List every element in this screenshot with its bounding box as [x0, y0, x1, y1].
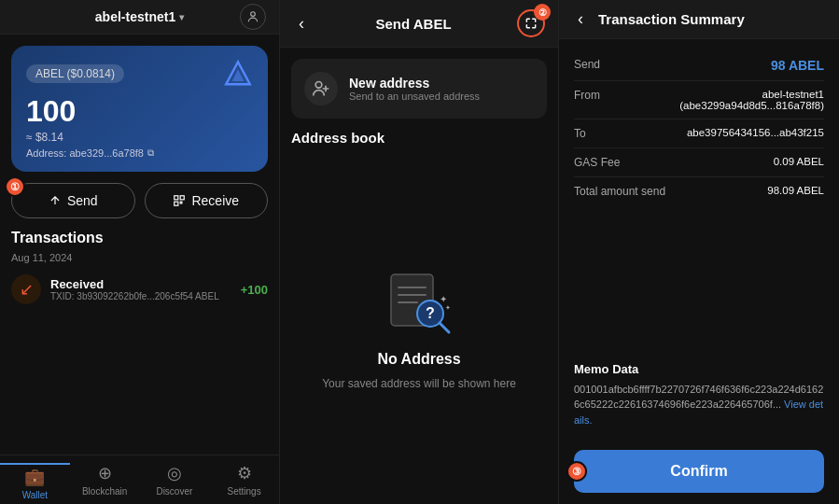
- to-label: To: [574, 127, 649, 140]
- profile-button[interactable]: [240, 4, 266, 30]
- person-plus-icon: [312, 79, 330, 98]
- new-address-icon: [304, 72, 338, 105]
- person-icon: [246, 10, 259, 23]
- discover-nav-icon: ◎: [167, 463, 182, 483]
- table-row: ↙ Received TXID: 3b93092262b0fe...206c5f…: [11, 269, 268, 310]
- right-back-button[interactable]: ‹: [572, 9, 589, 29]
- empty-state-subtitle: Your saved address will be shown here: [322, 377, 516, 390]
- summary-row-send: Send 98 ABEL: [574, 50, 824, 81]
- memo-title: Memo Data: [574, 362, 824, 376]
- transactions-section: Transactions Aug 11, 2024 ↙ Received TXI…: [0, 230, 279, 455]
- nav-item-wallet[interactable]: 💼 Wallet: [0, 463, 70, 500]
- confirm-btn-container: ③ Confirm: [559, 439, 839, 504]
- middle-panel: ‹ Send ABEL ② New address Send to an uns…: [280, 0, 559, 504]
- blockchain-nav-icon: ⊕: [98, 463, 112, 483]
- middle-back-button[interactable]: ‹: [293, 14, 310, 34]
- abel-logo: [223, 59, 253, 89]
- tx-amount: +100: [241, 283, 268, 297]
- summary-row-from: From abel-testnet1 (abe3299a94d8d5...816…: [574, 81, 824, 119]
- expand-button[interactable]: ②: [517, 9, 545, 37]
- address-book-title: Address book: [280, 130, 558, 153]
- middle-header: ‹ Send ABEL ②: [280, 0, 558, 48]
- total-label: Total amount send: [574, 185, 665, 198]
- tx-info: Received TXID: 3b93092262b0fe...206c5f54…: [50, 277, 231, 301]
- confirm-button[interactable]: ③ Confirm: [574, 450, 824, 493]
- svg-point-7: [315, 82, 322, 89]
- summary-row-to: To abe39756434156...ab43f215: [574, 119, 824, 148]
- svg-text:?: ?: [426, 305, 435, 321]
- nav-item-settings[interactable]: ⚙ Settings: [209, 463, 279, 500]
- gas-value: 0.09 ABEL: [774, 156, 824, 167]
- from-label: From: [574, 89, 649, 102]
- gas-label: GAS Fee: [574, 156, 649, 169]
- receive-button[interactable]: Receive: [145, 183, 269, 218]
- empty-state-title: No Address: [377, 351, 460, 368]
- summary-row-total: Total amount send 98.09 ABEL: [574, 177, 824, 205]
- nav-item-blockchain[interactable]: ⊕ Blockchain: [70, 463, 140, 500]
- send-value: 98 ABEL: [771, 58, 824, 73]
- nav-wallet-label: Wallet: [22, 490, 48, 500]
- bottom-nav: 💼 Wallet ⊕ Blockchain ◎ Discover ⚙ Setti…: [0, 455, 279, 504]
- nav-settings-label: Settings: [228, 486, 261, 497]
- nav-item-discover[interactable]: ◎ Discover: [140, 463, 210, 500]
- settings-nav-icon: ⚙: [237, 463, 252, 483]
- middle-panel-title: Send ABEL: [375, 16, 451, 32]
- left-header: abel-testnet1 ▾: [0, 0, 279, 35]
- no-address-illustration: ? ✦ ✦: [382, 267, 456, 342]
- new-address-title: New address: [349, 76, 480, 91]
- action-buttons: ① Send Receive: [11, 183, 268, 218]
- new-address-subtitle: Send to an unsaved address: [349, 91, 480, 102]
- send-badge: ①: [5, 176, 25, 197]
- balance-card: ABEL ($0.0814) 100 ≈ $8.14 Address: abe3…: [11, 46, 268, 172]
- svg-rect-5: [175, 202, 178, 205]
- transactions-title: Transactions: [11, 230, 268, 246]
- send-label: Send: [574, 58, 649, 71]
- left-panel: abel-testnet1 ▾ ABEL ($0.0814) 100 ≈ $8.…: [0, 0, 280, 504]
- tx-date: Aug 11, 2024: [11, 252, 268, 263]
- confirm-badge: ③: [566, 461, 587, 482]
- right-header: ‹ Transaction Summary: [559, 0, 839, 39]
- memo-section: Memo Data 001001afbcb6ffff7b2270726f746f…: [559, 362, 839, 440]
- from-value: abel-testnet1 (abe3299a94d8d5...816a78f8…: [649, 89, 824, 111]
- svg-rect-4: [181, 196, 185, 200]
- svg-point-0: [251, 12, 256, 17]
- expand-icon: [524, 17, 538, 30]
- total-value: 98.09 ABEL: [767, 185, 824, 196]
- chevron-down-icon: ▾: [179, 12, 184, 22]
- token-badge: ABEL ($0.0814): [26, 64, 124, 83]
- expand-badge: ②: [534, 4, 551, 21]
- tx-received-icon: ↙: [11, 274, 41, 304]
- right-panel: ‹ Transaction Summary Send 98 ABEL From …: [559, 0, 839, 504]
- to-value: abe39756434156...ab43f215: [687, 127, 824, 138]
- tx-label: Received: [50, 277, 231, 291]
- summary-row-gas: GAS Fee 0.09 ABEL: [574, 148, 824, 177]
- send-icon: [49, 194, 62, 207]
- summary-table: Send 98 ABEL From abel-testnet1 (abe3299…: [559, 39, 839, 362]
- nav-blockchain-label: Blockchain: [82, 486, 127, 497]
- copy-icon[interactable]: ⧉: [147, 147, 154, 159]
- right-panel-title: Transaction Summary: [598, 11, 745, 27]
- empty-state-icon: ? ✦ ✦: [382, 267, 456, 342]
- new-address-card[interactable]: New address Send to an unsaved address: [291, 59, 547, 119]
- svg-text:✦: ✦: [440, 294, 447, 304]
- tx-id: TXID: 3b93092262b0fe...206c5f54 ABEL: [50, 291, 231, 301]
- address-text: Address: abe329...6a78f8: [26, 147, 144, 159]
- empty-state: ? ✦ ✦ No Address Your saved address will…: [280, 153, 558, 504]
- svg-text:✦: ✦: [445, 304, 451, 311]
- confirm-label: Confirm: [670, 463, 727, 480]
- nav-discover-label: Discover: [156, 486, 192, 497]
- send-label: Send: [67, 193, 98, 208]
- receive-label: Receive: [191, 193, 239, 208]
- network-name[interactable]: abel-testnet1 ▾: [95, 9, 184, 24]
- svg-rect-3: [175, 196, 178, 200]
- memo-text: 001001afbcb6ffff7b2270726f746f636f6c223a…: [574, 382, 824, 428]
- svg-rect-6: [181, 202, 183, 203]
- new-address-text: New address Send to an unsaved address: [349, 76, 480, 102]
- wallet-nav-icon: 💼: [24, 467, 45, 487]
- send-button[interactable]: ① Send: [11, 183, 135, 218]
- balance-amount: 100: [26, 94, 253, 129]
- svg-line-14: [440, 323, 449, 332]
- balance-usd: ≈ $8.14: [26, 131, 253, 144]
- abel-unit: ABEL: [789, 58, 824, 73]
- qr-icon: [173, 194, 186, 207]
